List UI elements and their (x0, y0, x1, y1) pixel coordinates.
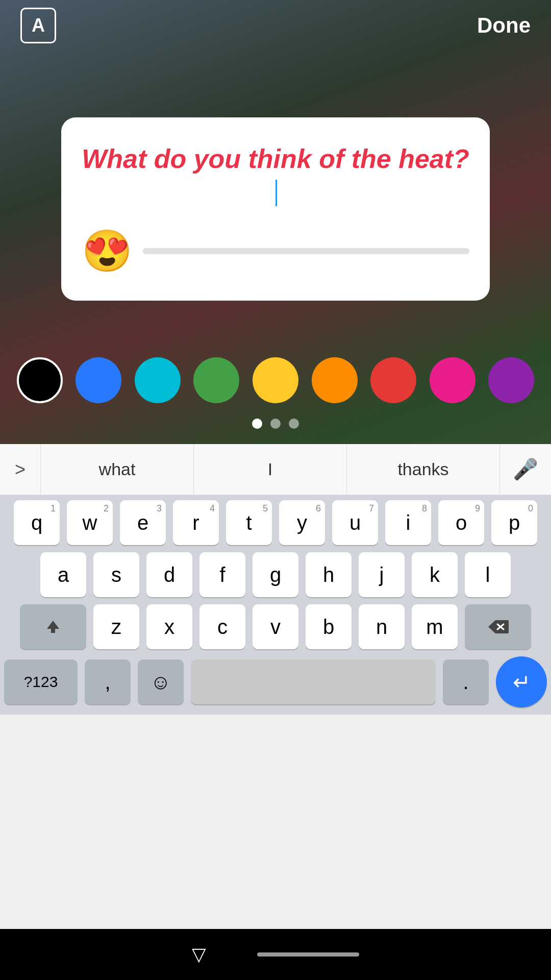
key-u[interactable]: u7 (332, 500, 378, 545)
suggestion-3-text: thanks (397, 459, 448, 479)
key-p[interactable]: p0 (491, 500, 537, 545)
key-q[interactable]: q1 (14, 500, 60, 545)
color-dot-pink[interactable] (430, 357, 475, 403)
key-s[interactable]: s (93, 552, 139, 597)
key-row-2: asdfghjkl (4, 552, 547, 597)
color-dot-blue[interactable] (76, 357, 121, 403)
key-b[interactable]: b (306, 604, 352, 649)
sym-key[interactable]: ?123 (4, 659, 78, 704)
suggestion-1-text: what (99, 459, 136, 479)
key-h[interactable]: h (306, 552, 352, 597)
period-key[interactable]: . (443, 659, 489, 704)
poll-question[interactable]: What do you think of the heat? (82, 143, 469, 207)
key-x[interactable]: x (146, 604, 192, 649)
key-w[interactable]: w2 (67, 500, 113, 545)
suggestion-2-text: I (268, 459, 272, 479)
key-d[interactable]: d (146, 552, 192, 597)
suggestion-2[interactable]: I (194, 444, 347, 495)
key-row-bottom: ?123,☺.↵ (4, 656, 547, 707)
key-f[interactable]: f (199, 552, 245, 597)
text-cursor (276, 180, 277, 206)
space-key[interactable] (191, 659, 436, 704)
slider-row: 😍 (82, 227, 469, 275)
color-dot-yellow[interactable] (253, 357, 298, 403)
pagination-dots (0, 419, 551, 429)
key-k[interactable]: k (412, 552, 458, 597)
suggestions-bar: > what I thanks 🎤 (0, 444, 551, 495)
key-t[interactable]: t5 (226, 500, 272, 545)
key-row-3: zxcvbnm (4, 604, 547, 649)
color-dot-red[interactable] (370, 357, 416, 403)
page-dot-1 (252, 419, 262, 429)
key-row-1: q1w2e3r4t5y6u7i8o9p0 (4, 500, 547, 545)
key-o[interactable]: o9 (438, 500, 484, 545)
key-c[interactable]: c (199, 604, 245, 649)
key-i[interactable]: i8 (385, 500, 431, 545)
color-dot-orange[interactable] (312, 357, 358, 403)
suggestions-expand-button[interactable]: > (0, 444, 41, 495)
page-dot-2 (270, 419, 281, 429)
comma-key[interactable]: , (85, 659, 131, 704)
slider-fill (143, 248, 182, 254)
key-m[interactable]: m (412, 604, 458, 649)
home-pill[interactable] (257, 952, 359, 957)
mic-button[interactable]: 🎤 (500, 444, 551, 495)
color-palette (0, 347, 551, 413)
keyboard-area: > what I thanks 🎤 q1w2e3r4t5y6u7i8o9p0 a… (0, 444, 551, 929)
done-button-label: Done (477, 13, 531, 37)
emoji-key[interactable]: ☺ (138, 659, 184, 704)
key-j[interactable]: j (359, 552, 405, 597)
key-z[interactable]: z (93, 604, 139, 649)
key-r[interactable]: r4 (173, 500, 219, 545)
expand-icon: > (15, 459, 26, 480)
delete-key[interactable] (465, 604, 531, 649)
key-e[interactable]: e3 (120, 500, 166, 545)
key-g[interactable]: g (253, 552, 298, 597)
key-y[interactable]: y6 (279, 500, 325, 545)
color-dot-cyan[interactable] (135, 357, 181, 403)
key-n[interactable]: n (359, 604, 405, 649)
key-a[interactable]: a (40, 552, 86, 597)
key-l[interactable]: l (465, 552, 511, 597)
page-dot-3 (289, 419, 299, 429)
slider-emoji: 😍 (82, 227, 133, 275)
enter-key[interactable]: ↵ (496, 656, 547, 707)
key-v[interactable]: v (253, 604, 298, 649)
color-dot-black[interactable] (17, 357, 63, 403)
back-nav-icon[interactable]: ▽ (192, 944, 206, 965)
poll-card: What do you think of the heat? 😍 (61, 117, 490, 301)
suggestion-1[interactable]: what (41, 444, 194, 495)
keyboard-keys: q1w2e3r4t5y6u7i8o9p0 asdfghjkl zxcvbnm ?… (0, 495, 551, 715)
top-bar: A Done (0, 0, 551, 51)
nav-bar: ▽ (0, 929, 551, 980)
color-dot-purple[interactable] (488, 357, 534, 403)
shift-key[interactable] (20, 604, 86, 649)
suggestion-3[interactable]: thanks (347, 444, 500, 495)
done-button[interactable]: Done (477, 13, 531, 38)
font-button[interactable]: A (20, 8, 56, 43)
mic-icon: 🎤 (513, 457, 538, 481)
poll-question-text: What do you think of the heat? (82, 144, 469, 174)
slider-track[interactable] (143, 248, 469, 254)
color-dot-green[interactable] (193, 357, 239, 403)
font-button-label: A (32, 15, 45, 36)
